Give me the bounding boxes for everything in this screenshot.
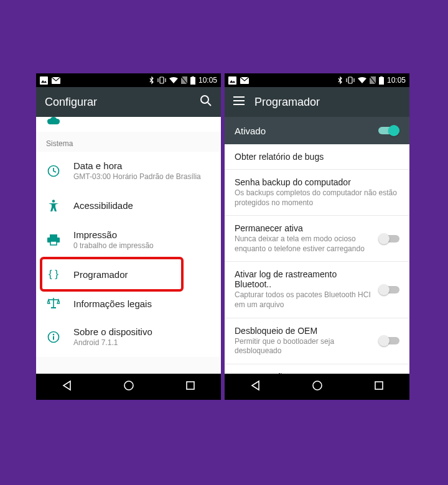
nav-recents-button[interactable]	[185, 381, 195, 393]
list-item-developer-options[interactable]: { } Programador	[36, 259, 221, 289]
svg-point-12	[52, 200, 55, 202]
toggle[interactable]	[378, 284, 399, 295]
menu-button[interactable]	[233, 96, 245, 108]
list-item-legal[interactable]: Informações legais	[36, 289, 221, 318]
list-item-title: Data e hora	[73, 160, 211, 171]
mail-icon	[240, 77, 249, 84]
svg-rect-13	[50, 234, 57, 238]
svg-line-10	[208, 103, 211, 106]
nav-recents-button[interactable]	[374, 381, 384, 393]
svg-rect-31	[379, 77, 384, 85]
list-item[interactable]: — — — — — — — — — —	[36, 117, 221, 132]
list-item-subtitle: Permitir que o bootloader seja desbloque…	[235, 337, 372, 356]
search-icon	[200, 95, 212, 107]
list-item-subtitle: Capturar todos os pacotes Bluetooth HCI …	[235, 290, 372, 310]
svg-rect-8	[192, 76, 194, 78]
list-item-bluetooth-hci[interactable]: Ativar log de rastreamento Bluetoot.. Ca…	[225, 262, 409, 318]
list-item-subtitle: Android 7.1.1	[73, 338, 211, 348]
braces-icon: { }	[46, 268, 61, 280]
list-item-backup-password[interactable]: Senha backup do computador Os backups co…	[225, 170, 409, 216]
nav-bar	[36, 374, 221, 400]
section-header: Sistema	[36, 132, 221, 152]
app-bar: Configurar	[36, 87, 221, 117]
svg-point-20	[53, 334, 55, 336]
svg-rect-3	[160, 77, 164, 83]
list-item-date-time[interactable]: Data e hora GMT-03:00 Horário Padrão de …	[36, 152, 221, 191]
printer-icon	[46, 234, 61, 246]
settings-list[interactable]: — — — — — — — — — — Sistema Data e hora …	[36, 117, 221, 374]
nav-home-button[interactable]	[123, 380, 134, 394]
app-bar: Programador	[225, 87, 409, 117]
accessibility-icon	[46, 200, 61, 212]
battery-icon	[379, 76, 384, 85]
list-item-title: Impressão	[73, 229, 211, 240]
phone-right: 10:05 Programador Ativado Obter relatóri…	[225, 73, 409, 400]
nav-bar	[225, 374, 409, 400]
status-bar: 10:05	[225, 73, 409, 87]
wifi-icon	[358, 77, 366, 84]
list-item-subtitle: Nunca deixar a tela em modo ocioso enqua…	[235, 234, 372, 254]
bluetooth-icon	[338, 76, 343, 85]
vibrate-icon	[346, 76, 355, 84]
list-item-title: Sobre o dispositivo	[73, 326, 211, 337]
scale-icon	[46, 298, 61, 309]
app-bar-title: Configurar	[45, 96, 97, 109]
list-item-title: Senha backup do computador	[235, 177, 399, 187]
list-item-title: Programador	[73, 269, 211, 280]
list-item-title: Obter relatório de bugs	[235, 152, 399, 162]
svg-rect-21	[53, 336, 54, 340]
info-icon	[46, 331, 61, 343]
status-time: 10:05	[198, 76, 217, 85]
app-bar-title: Programador	[254, 96, 320, 109]
backup-icon	[46, 117, 61, 126]
master-switch-label: Ativado	[235, 126, 266, 136]
master-toggle[interactable]	[378, 125, 399, 136]
list-item-running[interactable]: Em execução	[225, 364, 409, 374]
image-icon	[40, 76, 48, 85]
bluetooth-icon	[149, 76, 154, 85]
svg-rect-37	[375, 382, 383, 389]
toggle[interactable]	[378, 335, 399, 346]
list-item-about[interactable]: Sobre o dispositivo Android 7.1.1	[36, 318, 221, 357]
developer-options-list[interactable]: Obter relatório de bugs Senha backup do …	[225, 144, 409, 374]
svg-rect-27	[348, 77, 352, 83]
nav-home-button[interactable]	[312, 380, 323, 394]
svg-rect-32	[380, 76, 383, 78]
mail-icon	[52, 77, 60, 84]
list-item-stay-awake[interactable]: Permanecer ativa Nunca deixar a tela em …	[225, 216, 409, 262]
phone-left: 10:05 Configurar — — — — — — — — — — Sis…	[36, 73, 221, 400]
no-sim-icon	[370, 76, 376, 84]
no-sim-icon	[181, 76, 187, 84]
toggle[interactable]	[378, 233, 399, 244]
list-item-title: — — — — — — — — — —	[73, 118, 179, 122]
circle-home-icon	[312, 380, 323, 391]
svg-rect-15	[50, 241, 57, 245]
list-item-accessibility[interactable]: Acessibilidade	[36, 191, 221, 221]
list-item-subtitle: Os backups completos do computador não e…	[235, 188, 399, 208]
battery-icon	[190, 76, 195, 85]
list-item-oem-unlock[interactable]: Desbloqueio de OEM Permitir que o bootlo…	[225, 318, 409, 364]
svg-rect-7	[190, 77, 195, 85]
clock-icon	[46, 165, 61, 177]
svg-rect-24	[228, 76, 236, 85]
list-item-bug-report[interactable]: Obter relatório de bugs	[225, 144, 409, 170]
status-bar: 10:05	[36, 73, 221, 87]
triangle-back-icon	[250, 380, 261, 391]
master-switch-row[interactable]: Ativado	[225, 117, 409, 144]
wifi-icon	[169, 77, 178, 84]
nav-back-button[interactable]	[250, 380, 261, 394]
svg-point-36	[313, 381, 322, 390]
image-icon	[228, 76, 236, 85]
list-item-printing[interactable]: Impressão 0 trabalho de impressão	[36, 221, 221, 260]
list-item-subtitle: GMT-03:00 Horário Padrão de Brasília	[73, 172, 211, 182]
nav-back-button[interactable]	[62, 380, 73, 394]
svg-point-22	[124, 381, 133, 390]
search-button[interactable]	[200, 95, 212, 109]
triangle-back-icon	[62, 380, 73, 391]
svg-rect-0	[40, 76, 48, 85]
square-recents-icon	[185, 381, 195, 390]
list-item-title: Desbloqueio de OEM	[235, 326, 372, 336]
status-time: 10:05	[387, 76, 406, 85]
svg-rect-18	[51, 307, 56, 308]
vibrate-icon	[157, 76, 166, 84]
